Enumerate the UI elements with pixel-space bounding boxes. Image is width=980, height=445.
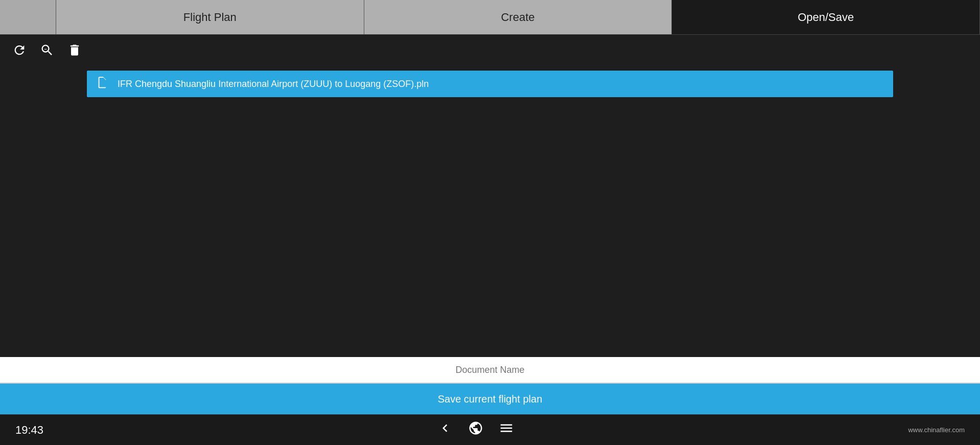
status-time: 19:43: [15, 424, 43, 437]
bottom-area: Save current flight plan: [0, 357, 980, 414]
toolbar: [0, 35, 980, 65]
tab-open-save[interactable]: Open/Save: [672, 0, 980, 34]
delete-button[interactable]: [65, 41, 84, 59]
save-button[interactable]: Save current flight plan: [0, 384, 980, 414]
zoom-search-button[interactable]: [38, 41, 56, 59]
file-item[interactable]: IFR Chengdu Shuangliu International Airp…: [87, 71, 893, 97]
menu-button[interactable]: [499, 420, 514, 439]
tab-flight-plan[interactable]: Flight Plan: [56, 0, 364, 34]
document-name-input[interactable]: [0, 357, 980, 384]
file-icon: [95, 75, 109, 93]
refresh-button[interactable]: [10, 41, 29, 59]
tab-create[interactable]: Create: [364, 0, 672, 34]
file-list-area: IFR Chengdu Shuangliu International Airp…: [0, 65, 980, 357]
status-icons: [437, 420, 514, 439]
globe-button[interactable]: [468, 420, 483, 439]
watermark: www.chinaflier.com: [908, 426, 965, 434]
status-bar: 19:43 www.chinaflier.com: [0, 414, 980, 445]
tab-empty[interactable]: [0, 0, 56, 34]
back-button[interactable]: [437, 420, 453, 439]
tab-bar: Flight Plan Create Open/Save: [0, 0, 980, 35]
